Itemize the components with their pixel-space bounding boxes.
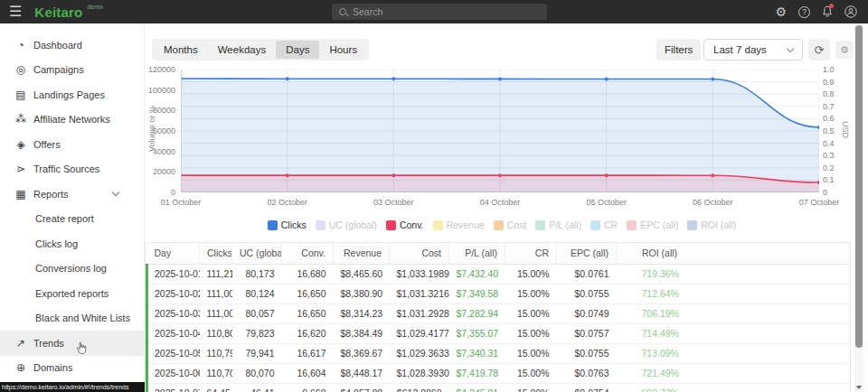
table-row: 2025-10-02111,0080,12416,650$8,380.90$1,… — [147, 284, 852, 303]
sidebar-item-label: Offers — [33, 139, 61, 150]
legend-item-revenue[interactable]: Revenue — [433, 219, 485, 230]
legend-item-epc-all[interactable]: EPC (all) — [627, 219, 678, 230]
column-header-day[interactable]: Day — [147, 243, 200, 264]
legend-label: ROI (all) — [701, 219, 736, 230]
column-header-cr[interactable]: CR — [505, 243, 557, 264]
x-axis-tick: 02 October — [256, 198, 319, 207]
legend-swatch — [386, 220, 396, 230]
sidebar-item-campaigns[interactable]: ◎Campaigns — [0, 58, 144, 83]
table-cell: 111,00 — [200, 284, 232, 303]
y-axis-right-tick: 1.0 — [823, 66, 835, 74]
domains-icon: ⊕ — [10, 361, 32, 374]
table-row: 2025-10-04110,8079,82316,620$8,384.49$1,… — [147, 323, 852, 343]
sidebar-item-reports[interactable]: ▦Reports — [0, 182, 144, 207]
column-header-uc-global[interactable]: UC (global) — [232, 243, 282, 264]
trends-chart: Volume or % USD 020000400006000080000100… — [145, 23, 868, 240]
trends-table-container: DayClicksUC (global)Conv.RevenueCostP/L … — [145, 242, 851, 392]
table-cell: 79,941 — [232, 343, 282, 363]
traffic-sources-icon: ⋗ — [10, 163, 32, 175]
sidebar-item-create-report[interactable]: Create report — [0, 207, 144, 232]
table-row: 2025-10-05110,7979,94116,617$8,369.67$1,… — [147, 343, 852, 363]
help-icon[interactable]: ? — [798, 6, 810, 18]
x-axis-tick: 01 October — [149, 198, 212, 207]
table-row: 2025-10-03111,0080,05716,650$8,314.23$1,… — [147, 303, 852, 323]
sidebar-item-label: Affiliate Networks — [33, 114, 110, 125]
legend-item-roi-all[interactable]: ROI (all) — [687, 219, 736, 230]
x-axis-tick: 04 October — [468, 198, 532, 207]
y-axis-right-tick: 0.4 — [823, 140, 835, 148]
sidebar-item-conversions-log[interactable]: Conversions log — [0, 257, 144, 282]
scrollbar-down-arrow-icon[interactable] — [856, 386, 862, 389]
campaigns-icon: ◎ — [10, 63, 32, 76]
sidebar-item-affiliate-networks[interactable]: ⁂Affiliate Networks — [0, 107, 144, 133]
vertical-scrollbar[interactable] — [854, 24, 863, 392]
column-header-conv[interactable]: Conv. — [282, 243, 334, 264]
table-cell: $7,340.31 — [449, 343, 505, 363]
notifications-bell-icon[interactable] — [822, 5, 833, 18]
table-cell: $7,419.78 — [449, 363, 505, 383]
legend-label: Conv. — [400, 219, 424, 230]
column-header-roi-all[interactable]: ROI (all) — [617, 243, 852, 264]
column-header-p-l-all[interactable]: P/L (all) — [449, 243, 505, 264]
legend-item-clicks[interactable]: Clicks — [268, 219, 307, 230]
table-cell: 15.00% — [505, 284, 557, 303]
table-cell: 110,79 — [200, 343, 232, 363]
table-cell: 721.49% — [617, 363, 852, 383]
table-cell: 2025-10-05 — [147, 343, 200, 363]
sidebar-item-dashboard[interactable]: ◔Dashboard — [0, 33, 144, 58]
table-cell: $0.0755 — [557, 284, 617, 303]
legend-swatch — [590, 220, 600, 230]
sidebar-item-domains[interactable]: ⊕Domains — [0, 356, 144, 381]
user-avatar-icon[interactable] — [844, 5, 857, 18]
keitaro-logo: Keitaro — [34, 5, 82, 20]
legend-item-uc-global[interactable]: UC (global) — [316, 219, 377, 230]
table-cell: $1,029.4177 — [390, 323, 449, 343]
table-row: 2025-10-06110,7080,07016,604$8,448.17$1,… — [147, 363, 852, 383]
table-body: 2025-10-01111,2180,17316,680$8,465.60$1,… — [147, 264, 852, 392]
y-axis-left-tick: 60000 — [145, 127, 175, 135]
y-axis-left-tick: 20000 — [145, 168, 175, 176]
table-cell: $0.0761 — [557, 264, 617, 284]
legend-item-p-l-all[interactable]: P/L (all) — [535, 219, 581, 230]
table-cell: $8,380.90 — [334, 284, 390, 303]
search-bar[interactable] — [332, 4, 547, 20]
legend-item-cost[interactable]: Cost — [494, 219, 527, 230]
legend-item-conv[interactable]: Conv. — [386, 219, 424, 230]
table-cell: $7,282.94 — [449, 303, 505, 323]
legend-swatch — [494, 220, 504, 230]
table-cell: 692.73% — [617, 383, 852, 392]
column-header-revenue[interactable]: Revenue — [334, 243, 390, 264]
sidebar-item-exported-reports[interactable]: Exported reports — [0, 281, 144, 306]
hamburger-menu-icon[interactable]: ☰ — [9, 5, 22, 19]
sidebar-item-black-and-white-lists[interactable]: Black and White Lists — [0, 306, 144, 331]
x-axis-tick: 05 October — [575, 198, 638, 207]
table-cell: 2025-10-07 — [147, 383, 200, 392]
sidebar-item-landings-pages[interactable]: ▤Landings Pages — [0, 82, 144, 107]
table-cell: 712.64% — [617, 284, 852, 303]
legend-item-cr[interactable]: CR — [590, 219, 618, 230]
gear-icon[interactable]: ⚙ — [775, 5, 787, 18]
sidebar-item-label: Black and White Lists — [35, 313, 130, 323]
sidebar-item-offers[interactable]: ◈Offers — [0, 132, 144, 157]
column-header-cost[interactable]: Cost — [390, 243, 449, 264]
table-cell: $1,029.3633 — [390, 343, 449, 363]
search-input[interactable] — [353, 6, 540, 17]
y-axis-right-tick: 0.6 — [823, 115, 835, 123]
sidebar-item-traffic-sources[interactable]: ⋗Traffic Sources — [0, 157, 144, 182]
column-header-epc-all[interactable]: EPC (all) — [557, 243, 617, 264]
table-cell: 64,45 — [200, 383, 232, 392]
scrollbar-thumb[interactable] — [855, 25, 863, 348]
sidebar-item-trends[interactable]: ↗Trends — [0, 331, 144, 356]
y-axis-left-tick: 80000 — [145, 107, 175, 115]
table-cell: 2025-10-06 — [147, 363, 200, 383]
landings-pages-icon: ▤ — [10, 89, 32, 101]
table-cell: 719.36% — [617, 264, 852, 284]
table-cell: $0.0757 — [557, 323, 617, 343]
table-cell: $7,355.07 — [449, 323, 505, 343]
main-content: MonthsWeekdaysDaysHours Filters Last 7 d… — [145, 23, 868, 392]
table-cell: 713.09% — [617, 343, 852, 363]
sidebar-item-clicks-log[interactable]: Clicks log — [0, 231, 144, 257]
column-header-clicks[interactable]: Clicks — [200, 243, 232, 264]
sidebar-item-label: Campaigns — [33, 64, 84, 75]
table-cell: 79,823 — [232, 323, 282, 343]
